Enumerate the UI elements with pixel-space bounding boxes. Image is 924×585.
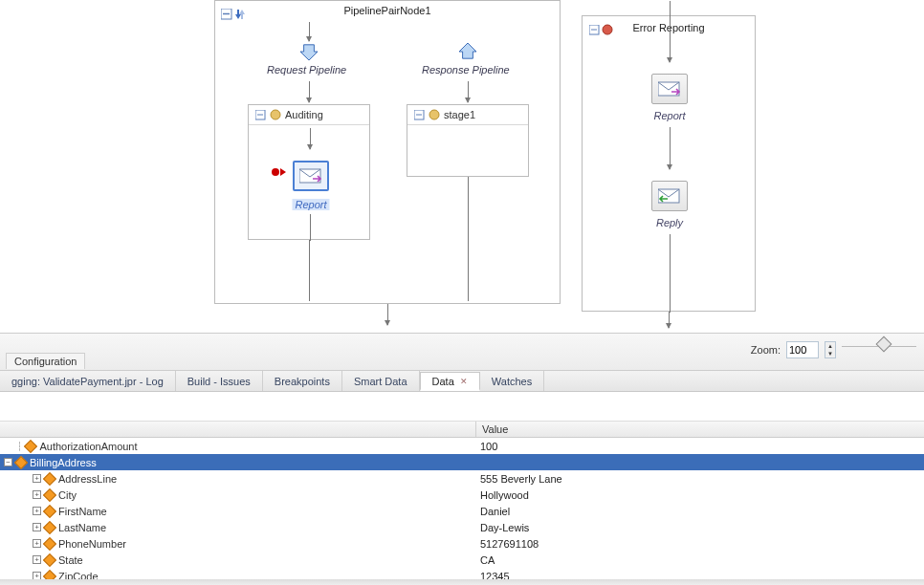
connector (468, 81, 469, 102)
data-grid: ┆ AuthorizationAmount 100 − BillingAddre… (0, 438, 924, 584)
expander-minus-icon[interactable]: − (4, 458, 12, 466)
node-controls[interactable] (221, 9, 246, 20)
collapse-icon[interactable] (221, 9, 232, 20)
stage-icon (429, 109, 440, 120)
expander-plus-icon[interactable]: + (33, 490, 41, 499)
node-name: State (58, 554, 83, 566)
expander-plus-icon[interactable]: + (33, 539, 41, 548)
node-name: LastName (58, 522, 106, 533)
row-billing-address[interactable]: − BillingAddress (0, 454, 924, 470)
xml-node-icon (43, 488, 56, 501)
node-name: FirstName (58, 506, 107, 517)
connector (309, 81, 310, 102)
stage1-stage[interactable]: stage1 (407, 104, 529, 177)
xml-node-icon (43, 504, 56, 517)
row-phone-number[interactable]: + PhoneNumber 5127691108 (0, 535, 924, 552)
zoom-up-icon[interactable]: ▲ (825, 342, 835, 350)
error-reporting-title: Error Reporting (583, 22, 755, 33)
breakpoint-marker[interactable] (272, 168, 286, 176)
header-value[interactable]: Value (476, 422, 924, 437)
connector (387, 304, 388, 325)
zoom-control: Zoom: ▲ ▼ (751, 339, 916, 359)
expander-plus-icon[interactable]: + (33, 474, 41, 483)
connector (468, 177, 469, 301)
stage-icon (270, 109, 281, 120)
node-value: Day-Lewis (476, 522, 924, 533)
reply-action[interactable] (651, 181, 688, 211)
xml-node-icon (24, 439, 37, 452)
reply-icon (658, 187, 681, 205)
response-pipeline-label: Response Pipeline (422, 64, 510, 76)
tab-configuration[interactable]: Configuration (6, 353, 85, 369)
row-state[interactable]: + State CA (0, 552, 924, 568)
error-report-action[interactable] (651, 74, 688, 104)
node-value: 5127691108 (476, 538, 924, 550)
connector (670, 127, 671, 169)
stage-header: Auditing (249, 105, 369, 125)
node-value: Daniel (476, 506, 924, 517)
tree-line: ┆ (17, 442, 22, 451)
row-authorization-amount[interactable]: ┆ AuthorizationAmount 100 (0, 438, 924, 454)
footer-toolbar: Zoom: ▲ ▼ Configuration (0, 333, 924, 371)
node-name: BillingAddress (30, 457, 97, 468)
xml-node-icon (43, 536, 56, 550)
row-first-name[interactable]: + FirstName Daniel (0, 503, 924, 519)
tab-watches[interactable]: Watches (480, 371, 544, 391)
stage-header: stage1 (407, 105, 528, 125)
svg-point-4 (271, 110, 280, 119)
tab-data[interactable]: Data ✕ (420, 372, 480, 391)
zoom-label: Zoom: (751, 344, 781, 356)
reply-label: Reply (631, 217, 708, 228)
node-value: 100 (476, 441, 924, 452)
collapse-icon[interactable] (254, 109, 266, 120)
debugger-tabstrip: gging: ValidatePayment.jpr - Log Build -… (0, 371, 924, 392)
expander-plus-icon[interactable]: + (33, 507, 41, 515)
pipeline-pair-title: PipelinePairNode1 (215, 5, 560, 16)
node-value: 555 Beverly Lane (476, 473, 924, 485)
svg-point-8 (429, 110, 439, 119)
tab-breakpoints[interactable]: Breakpoints (263, 371, 342, 391)
tab-smart-data[interactable]: Smart Data (342, 371, 420, 391)
tab-build-issues[interactable]: Build - Issues (176, 371, 263, 391)
report-icon (658, 80, 681, 98)
xml-node-icon (14, 455, 28, 468)
auditing-stage[interactable]: Auditing Report (248, 104, 370, 240)
connector (670, 1, 671, 62)
expander-plus-icon[interactable]: + (33, 555, 41, 564)
xml-node-icon (43, 552, 56, 566)
node-value: CA (476, 554, 924, 566)
zoom-slider-thumb[interactable] (876, 336, 892, 353)
zoom-slider[interactable] (842, 346, 916, 359)
breakpoint-dot-icon (272, 168, 279, 176)
pipeline-pair-node[interactable]: PipelinePairNode1 Request Pipeline Respo… (214, 0, 561, 304)
grid-divider (0, 579, 924, 585)
collapse-icon[interactable] (413, 109, 425, 120)
row-city[interactable]: + City Hollywood (0, 487, 924, 503)
request-arrow-icon (300, 43, 318, 62)
xml-node-icon (43, 520, 56, 533)
zoom-down-icon[interactable]: ▼ (825, 350, 835, 358)
connector (670, 234, 671, 313)
response-arrow-icon (459, 43, 476, 62)
header-name[interactable] (0, 422, 476, 437)
zoom-spinner[interactable]: ▲ ▼ (825, 341, 836, 358)
error-report-label: Report (631, 110, 708, 121)
row-last-name[interactable]: + LastName Day-Lewis (0, 519, 924, 535)
close-icon[interactable]: ✕ (460, 377, 468, 386)
tab-label: gging: ValidatePayment.jpr - Log (11, 376, 164, 387)
connector (310, 214, 311, 241)
tab-label: Data (432, 376, 454, 387)
tab-log[interactable]: gging: ValidatePayment.jpr - Log (0, 371, 176, 391)
xml-node-icon (43, 471, 56, 485)
data-grid-header: Value (0, 421, 924, 438)
node-name: PhoneNumber (58, 538, 126, 550)
error-reporting-node[interactable]: Error Reporting Report Reply (582, 15, 756, 312)
node-value: Hollywood (476, 489, 924, 501)
canvas[interactable]: PipelinePairNode1 Request Pipeline Respo… (0, 0, 924, 330)
report-action-label: Report (292, 199, 329, 210)
node-name: AddressLine (58, 473, 117, 485)
report-action[interactable] (293, 161, 329, 191)
zoom-input[interactable] (786, 341, 819, 358)
row-address-line[interactable]: + AddressLine 555 Beverly Lane (0, 470, 924, 487)
expander-plus-icon[interactable]: + (33, 523, 41, 531)
